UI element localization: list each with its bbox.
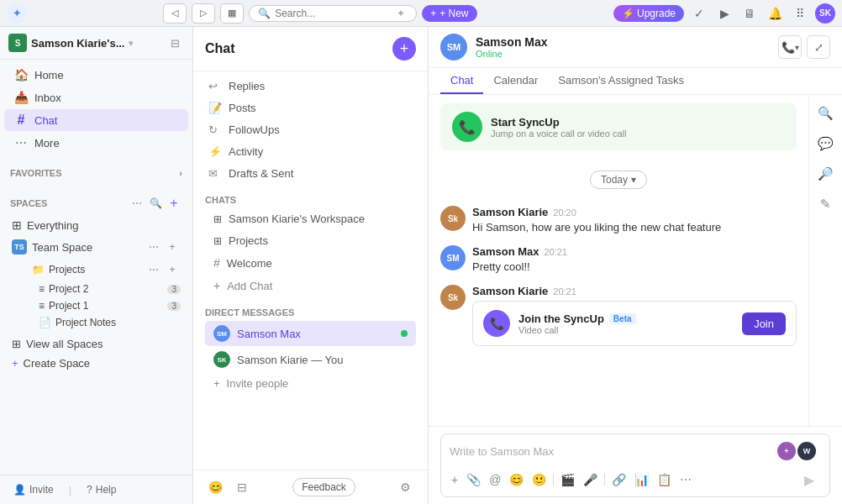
spaces-header: Spaces ⋯ 🔍 + <box>7 192 186 215</box>
chat-item-welcome[interactable]: # Welcome <box>205 252 416 274</box>
spaces-actions: ⋯ 🔍 + <box>129 195 182 212</box>
today-pill[interactable]: Today ▾ <box>590 171 647 189</box>
screen-icon-button[interactable]: 🖥 <box>739 3 760 24</box>
chat-nav-followups[interactable]: ↻ FollowUps <box>200 119 421 140</box>
chat-item-projects[interactable]: ⊞ Projects <box>205 230 416 251</box>
workspace-name[interactable]: S Samson Kiarie's... ▾ <box>8 34 133 52</box>
sidebar-comment-button[interactable]: 💬 <box>814 132 838 155</box>
video-icon-button[interactable]: ▶ <box>714 3 734 24</box>
sender1-name: Samson Kiarie <box>472 206 548 218</box>
favorites-section: Favorites › <box>0 158 192 185</box>
compose-audio-button[interactable]: 🎤 <box>582 471 599 488</box>
sidebar-item-projects-folder[interactable]: 📁 Projects ⋯ + <box>7 259 186 281</box>
sidebar-item-inbox[interactable]: 📥 Inbox <box>4 87 188 108</box>
chat-panel-title: Chat <box>205 41 235 56</box>
chat-nav-posts[interactable]: 📝 Posts <box>200 97 421 118</box>
check-icon-button[interactable]: ✓ <box>689 3 709 24</box>
sidebar-item-team-space[interactable]: TS Team Space ⋯ + <box>7 235 186 259</box>
spaces-search-button[interactable]: 🔍 <box>147 195 164 212</box>
plus-icon: + <box>430 8 436 19</box>
sidebar-item-home[interactable]: 🏠 Home <box>4 64 188 86</box>
tab-chat[interactable]: Chat <box>440 68 483 94</box>
chat-item-add[interactable]: + Add Chat <box>205 275 416 297</box>
search-bar[interactable]: 🔍 ✦ <box>249 5 417 22</box>
message-row2: SM Samson Max 20:21 Pretty cool!! <box>440 245 797 275</box>
sidebar-item-project1[interactable]: ≡ Project 1 3 <box>7 297 186 314</box>
feedback-button[interactable]: Feedback <box>292 478 355 496</box>
topbar-left: ✦ <box>7 3 27 24</box>
emoji-footer-button[interactable]: 😊 <box>205 477 225 497</box>
sidebar-toggle-button[interactable]: ⊟ <box>166 34 184 52</box>
compose-at-button[interactable]: @ <box>487 471 503 488</box>
sidebar-zoom-button[interactable]: 🔎 <box>814 162 838 186</box>
sidebar-edit-button[interactable]: ✎ <box>814 192 838 216</box>
compose-clipboard-button[interactable]: 📋 <box>655 471 673 488</box>
expand-button[interactable]: ⤢ <box>807 35 830 59</box>
sidebar-item-view-all-spaces[interactable]: ⊞ View all Spaces <box>7 334 186 354</box>
settings-button[interactable]: ⚙ <box>396 477 416 497</box>
compose-more-button[interactable]: ⋯ <box>678 471 693 488</box>
compose-emoji-button[interactable]: 😊 <box>508 471 525 488</box>
chevron-today-icon: ▾ <box>631 174 636 186</box>
upgrade-button[interactable]: ⚡ Upgrade <box>613 5 684 22</box>
user-avatar[interactable]: SK <box>815 3 835 24</box>
sidebar-item-create-space[interactable]: + Create Space <box>7 354 186 373</box>
chat-nav-activity[interactable]: ⚡ Activity <box>200 141 421 162</box>
dm-item-samson-max[interactable]: SM Samson Max <box>205 321 416 346</box>
chat-add-button[interactable]: + <box>392 37 416 60</box>
invite-button[interactable]: 👤 Invite <box>7 480 61 499</box>
help-button[interactable]: ? Help <box>80 480 123 499</box>
sidebar-item-everything[interactable]: ⊞ Everything <box>7 215 186 235</box>
invite-people-item[interactable]: + Invite people <box>205 373 416 394</box>
footer-divider: | <box>69 484 71 496</box>
chat-nav-replies[interactable]: ↩ Replies <box>200 76 421 97</box>
plus-invite-icon: + <box>213 377 220 390</box>
grid-icon: ⊞ <box>213 213 222 225</box>
compose-attach-button[interactable]: 📎 <box>465 471 482 488</box>
compose-video-button[interactable]: 🎬 <box>559 471 576 488</box>
message2-content: Samson Max 20:21 Pretty cool!! <box>472 245 797 275</box>
team-space-icon: TS <box>12 239 27 255</box>
spaces-more-button[interactable]: ⋯ <box>129 195 145 212</box>
message2-text: Pretty cool!! <box>472 260 797 275</box>
projects-add-button[interactable]: + <box>164 261 181 278</box>
calendar-nav-button[interactable]: ▦ <box>220 3 244 24</box>
join-call-button[interactable]: Join <box>742 312 786 335</box>
new-button[interactable]: + + New <box>422 5 476 22</box>
chat-icon: # <box>14 113 28 127</box>
drafts-icon: ✉ <box>208 167 222 180</box>
message2-time: 20:21 <box>544 247 567 257</box>
compose-send-button[interactable]: ▶ <box>797 468 821 491</box>
message3-time: 20:21 <box>553 286 576 297</box>
layout-footer-button[interactable]: ⊟ <box>232 477 252 497</box>
compose-add-button[interactable]: + <box>450 471 460 488</box>
sidebar-footer: 👤 Invite | ? Help <box>0 475 192 504</box>
bell-icon-button[interactable]: 🔔 <box>765 3 785 24</box>
phone-icon: 📞 <box>781 41 795 54</box>
sidebar-search-button[interactable]: 🔍 <box>814 102 838 125</box>
compose-input[interactable] <box>450 439 772 463</box>
grid-icon-button[interactable]: ⠿ <box>790 3 810 24</box>
dm-item-samson-kiarie[interactable]: SK Samson Kiarie — You <box>205 347 416 372</box>
chat-nav-drafts[interactable]: ✉ Drafts & Sent <box>200 163 421 184</box>
tab-assigned-tasks[interactable]: Samson's Assigned Tasks <box>548 68 694 94</box>
contact-status: Online <box>476 49 770 59</box>
tab-calendar[interactable]: Calendar <box>483 68 548 94</box>
spaces-add-button[interactable]: + <box>166 195 182 212</box>
search-input[interactable] <box>275 8 392 19</box>
sidebar-item-project-notes[interactable]: 📄 Project Notes <box>7 314 186 331</box>
sidebar-item-project2[interactable]: ≡ Project 2 3 <box>7 281 186 297</box>
sidebar-item-more[interactable]: ⋯ More <box>4 132 188 154</box>
projects-more-button[interactable]: ⋯ <box>145 261 162 278</box>
voice-call-button[interactable]: 📞 ▾ <box>778 35 802 59</box>
team-space-add-button[interactable]: + <box>164 239 181 255</box>
team-space-more-button[interactable]: ⋯ <box>145 239 162 255</box>
main-layout: S Samson Kiarie's... ▾ ⊟ 🏠 Home 📥 Inbox … <box>0 27 842 504</box>
compose-emoji2-button[interactable]: 🙂 <box>530 471 548 488</box>
nav-back-button[interactable]: ◁ <box>163 3 187 24</box>
chat-item-workspace[interactable]: ⊞ Samson Kiarie's Workspace <box>205 208 416 229</box>
nav-forward-button[interactable]: ▷ <box>192 3 215 24</box>
compose-link-button[interactable]: 🔗 <box>610 471 628 488</box>
compose-table-button[interactable]: 📊 <box>633 471 650 488</box>
sidebar-item-chat[interactable]: # Chat <box>4 109 188 131</box>
